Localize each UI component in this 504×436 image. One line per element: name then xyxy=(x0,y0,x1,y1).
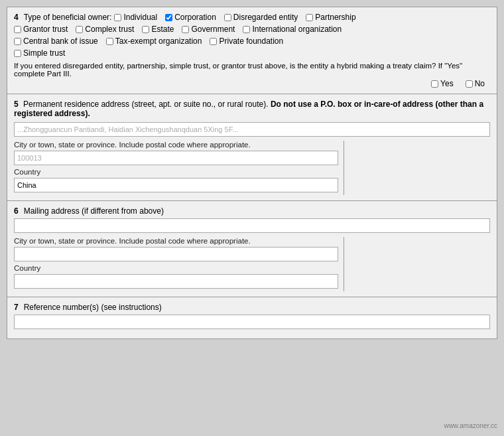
checkbox-central-bank[interactable]: Central bank of issue xyxy=(14,36,98,46)
checkbox-individual-input[interactable] xyxy=(114,14,121,21)
hybrid-question-text: If you entered disregarded entity, partn… xyxy=(14,62,490,78)
checkbox-estate-input[interactable] xyxy=(142,26,149,33)
checkbox-no[interactable]: No xyxy=(466,79,485,88)
checkbox-disregarded-label: Disregarded entity xyxy=(233,13,298,22)
checkbox-government-input[interactable] xyxy=(182,26,189,33)
checkbox-corporation[interactable]: Corporation xyxy=(165,13,216,22)
checkbox-yes-label: Yes xyxy=(440,79,454,88)
checkbox-complex-label: Complex trust xyxy=(85,25,134,34)
section5-city-input[interactable] xyxy=(14,151,338,165)
checkbox-private-foundation-input[interactable] xyxy=(210,38,217,45)
checkbox-yes-input[interactable] xyxy=(431,80,438,88)
checkbox-tax-exempt-label: Tax-exempt organization xyxy=(115,36,202,46)
section5-label-normal: Permanent residence address (street, apt… xyxy=(23,100,269,109)
section4-number: 4 xyxy=(14,13,19,22)
checkbox-complex[interactable]: Complex trust xyxy=(76,25,134,34)
checkbox-partnership-input[interactable] xyxy=(306,14,313,21)
checkbox-estate[interactable]: Estate xyxy=(142,25,174,34)
section5-country-label: Country xyxy=(14,168,338,176)
checkbox-intl-org[interactable]: International organization xyxy=(243,25,342,34)
checkbox-individual[interactable]: Individual xyxy=(114,13,157,22)
checkbox-government-label: Government xyxy=(191,25,235,34)
checkbox-private-foundation[interactable]: Private foundation xyxy=(210,36,283,46)
checkbox-central-bank-input[interactable] xyxy=(14,38,21,45)
section6-country-input[interactable] xyxy=(14,274,338,289)
section5-country-input[interactable] xyxy=(14,178,338,192)
section5-number: 5 xyxy=(14,100,19,109)
section4-label: Type of beneficial owner: xyxy=(24,13,112,22)
checkbox-corporation-label: Corporation xyxy=(174,13,216,22)
section6-number: 6 xyxy=(14,206,19,216)
checkbox-yes[interactable]: Yes xyxy=(431,79,454,88)
checkbox-estate-label: Estate xyxy=(151,25,174,34)
checkbox-no-label: No xyxy=(475,79,485,88)
checkbox-private-foundation-label: Private foundation xyxy=(219,36,283,46)
section7-label: Reference number(s) (see instructions) xyxy=(24,303,162,312)
checkbox-corporation-input[interactable] xyxy=(165,14,172,21)
checkbox-government[interactable]: Government xyxy=(182,25,235,34)
checkbox-partnership[interactable]: Partnership xyxy=(306,13,355,22)
checkbox-central-bank-label: Central bank of issue xyxy=(23,36,98,46)
checkbox-partnership-label: Partnership xyxy=(315,13,355,22)
section6-country-label: Country xyxy=(14,264,338,272)
checkbox-grantor-label: Grantor trust xyxy=(23,25,68,34)
checkbox-individual-label: Individual xyxy=(123,13,157,22)
section6-city-label: City or town, state or province. Include… xyxy=(14,237,338,245)
section7-input[interactable] xyxy=(14,315,490,329)
checkbox-disregarded[interactable]: Disregarded entity xyxy=(224,13,298,22)
section5-address-input[interactable] xyxy=(14,122,490,137)
checkbox-complex-input[interactable] xyxy=(76,26,83,33)
checkbox-simple-trust[interactable]: Simple trust xyxy=(14,48,65,58)
section6-address-input[interactable] xyxy=(14,218,490,233)
checkbox-simple-trust-label: Simple trust xyxy=(23,48,65,58)
checkbox-intl-org-input[interactable] xyxy=(243,26,250,33)
checkbox-no-input[interactable] xyxy=(466,80,473,88)
checkbox-intl-org-label: International organization xyxy=(252,25,342,34)
section7-number: 7 xyxy=(14,303,19,312)
checkbox-grantor[interactable]: Grantor trust xyxy=(14,25,68,34)
checkbox-disregarded-input[interactable] xyxy=(224,14,231,21)
checkbox-tax-exempt[interactable]: Tax-exempt organization xyxy=(106,36,202,46)
section6-city-input[interactable] xyxy=(14,247,338,261)
checkbox-tax-exempt-input[interactable] xyxy=(106,38,113,45)
section6-label: Mailing address (if different from above… xyxy=(24,206,164,216)
checkbox-grantor-input[interactable] xyxy=(14,26,21,33)
checkbox-simple-trust-input[interactable] xyxy=(14,50,21,57)
section5-city-label: City or town, state or province. Include… xyxy=(14,141,338,149)
